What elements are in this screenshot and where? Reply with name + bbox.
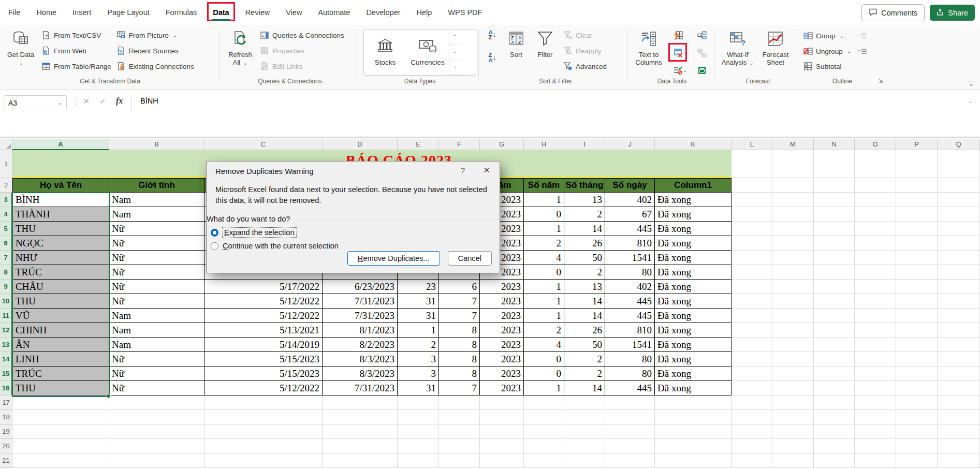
cell-L11[interactable] — [732, 309, 772, 323]
close-icon[interactable]: ✕ — [481, 166, 492, 175]
cell-O1[interactable] — [855, 150, 896, 178]
cell-M9[interactable] — [772, 280, 814, 294]
cell-I3[interactable]: 13 — [564, 193, 605, 207]
cell-G11[interactable]: 2023 — [480, 309, 524, 323]
cell-H20[interactable] — [524, 439, 564, 453]
cell-J18[interactable] — [605, 410, 655, 424]
cell-M1[interactable] — [772, 150, 814, 178]
recent-sources-button[interactable]: Recent Sources — [116, 43, 194, 58]
cell-H8[interactable]: 0 — [524, 265, 564, 280]
cell-O2[interactable] — [855, 178, 896, 193]
cell-F9[interactable]: 6 — [439, 280, 480, 294]
sort-az-button[interactable]: AZ↓ — [486, 28, 499, 41]
cell-C20[interactable] — [204, 439, 323, 453]
cell-O20[interactable] — [855, 439, 896, 453]
col-header-O[interactable]: O — [855, 139, 896, 150]
cell-A18[interactable] — [12, 410, 109, 424]
cell-N1[interactable] — [814, 150, 855, 178]
cell-D9[interactable]: 6/23/2023 — [323, 280, 398, 294]
cell-Q17[interactable] — [938, 395, 980, 410]
cell-L10[interactable] — [732, 294, 772, 309]
row-header-4[interactable]: 4 — [0, 207, 12, 222]
cell-Q6[interactable] — [938, 236, 980, 251]
tab-automate[interactable]: Automate — [318, 8, 350, 17]
cell-J9[interactable]: 402 — [605, 280, 655, 294]
cell-J7[interactable]: 1541 — [605, 251, 655, 265]
outline-dialog-launcher-icon[interactable]: ⇲ — [879, 78, 883, 84]
cell-G18[interactable] — [480, 410, 524, 424]
cell-I1[interactable] — [564, 150, 605, 178]
tab-developer[interactable]: Developer — [366, 8, 400, 17]
cell-K18[interactable] — [655, 410, 732, 424]
cell-H15[interactable]: 0 — [524, 367, 564, 381]
cell-F13[interactable]: 8 — [439, 338, 480, 352]
cell-E9[interactable]: 23 — [398, 280, 439, 294]
cell-O18[interactable] — [855, 410, 896, 424]
row-header-5[interactable]: 5 — [0, 222, 12, 236]
cell-M3[interactable] — [772, 193, 814, 207]
what-if-analysis-button[interactable]: ? What-If Analysis ⌄ — [720, 28, 756, 67]
cell-L3[interactable] — [732, 193, 772, 207]
cell-H7[interactable]: 4 — [524, 251, 564, 265]
cell-P13[interactable] — [896, 338, 938, 352]
cell-A20[interactable] — [12, 439, 109, 453]
help-icon[interactable]: ? — [457, 166, 469, 174]
cell-P8[interactable] — [896, 265, 938, 280]
formula-input[interactable]: BÌNH — [140, 97, 158, 105]
cell-D13[interactable]: 8/2/2023 — [323, 338, 398, 352]
cell-J4[interactable]: 67 — [605, 207, 655, 222]
cell-J13[interactable]: 1541 — [605, 338, 655, 352]
cell-B6[interactable]: Nữ — [109, 236, 204, 251]
sort-za-button[interactable]: ZA↓ — [486, 51, 499, 64]
cell-N12[interactable] — [814, 323, 855, 338]
cell-A5[interactable]: THU — [12, 222, 109, 236]
cell-Q14[interactable] — [938, 352, 980, 367]
cell-A16[interactable]: THU — [12, 381, 109, 395]
collapse-ribbon-icon[interactable]: ⌄ — [969, 80, 974, 87]
col-header-P[interactable]: P — [896, 139, 938, 150]
cell-J12[interactable]: 810 — [605, 323, 655, 338]
cell-K6[interactable]: Đã xong — [655, 236, 732, 251]
cell-O5[interactable] — [855, 222, 896, 236]
cell-P4[interactable] — [896, 207, 938, 222]
gallery-down-button[interactable]: ⌄ — [449, 45, 461, 60]
cell-L14[interactable] — [732, 352, 772, 367]
cell-H5[interactable]: 1 — [524, 222, 564, 236]
cell-J19[interactable] — [605, 424, 655, 439]
cell-N8[interactable] — [814, 265, 855, 280]
cell-N19[interactable] — [814, 424, 855, 439]
insert-function-icon[interactable]: fx — [116, 96, 123, 106]
cell-F14[interactable]: 8 — [439, 352, 480, 367]
cell-B3[interactable]: Nam — [109, 193, 204, 207]
cell-L2[interactable] — [732, 178, 772, 193]
text-to-columns-button[interactable]: Text to Columns — [633, 28, 665, 81]
cell-N20[interactable] — [814, 439, 855, 453]
existing-connections-button[interactable]: Existing Connections — [116, 59, 194, 74]
cell-G21[interactable] — [480, 453, 524, 468]
cell-D12[interactable]: 8/1/2023 — [323, 323, 398, 338]
tab-data[interactable]: Data — [213, 8, 229, 17]
cell-A7[interactable]: NHƯ — [12, 251, 109, 265]
remove-duplicates-confirm-button[interactable]: Remove Duplicates... — [347, 251, 440, 266]
cell-L9[interactable] — [732, 280, 772, 294]
cell-L8[interactable] — [732, 265, 772, 280]
share-button[interactable]: Share — [930, 5, 975, 21]
cell-Q4[interactable] — [938, 207, 980, 222]
cell-I5[interactable]: 14 — [564, 222, 605, 236]
cell-I7[interactable]: 50 — [564, 251, 605, 265]
col-header-H[interactable]: H — [524, 139, 564, 150]
cell-A21[interactable] — [12, 453, 109, 468]
cell-A10[interactable]: THU — [12, 294, 109, 309]
cell-B13[interactable]: Nam — [109, 338, 204, 352]
cell-K10[interactable]: Đã xong — [655, 294, 732, 309]
cell-I21[interactable] — [564, 453, 605, 468]
cell-H17[interactable] — [524, 395, 564, 410]
row-header-18[interactable]: 18 — [0, 410, 12, 424]
cell-O17[interactable] — [855, 395, 896, 410]
cell-P16[interactable] — [896, 381, 938, 395]
manage-data-model-button[interactable] — [695, 63, 708, 77]
expand-formula-bar-icon[interactable]: ⌄ — [968, 98, 973, 105]
cell-M8[interactable] — [772, 265, 814, 280]
ungroup-button[interactable]: Ungroup ⌄ — [803, 44, 851, 58]
cell-G14[interactable]: 2023 — [480, 352, 524, 367]
